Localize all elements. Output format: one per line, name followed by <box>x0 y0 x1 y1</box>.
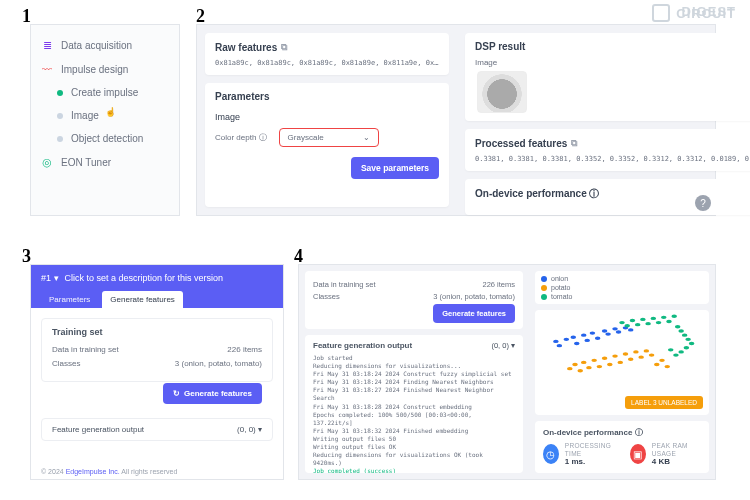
version-selector[interactable]: #1 ▾ <box>41 273 59 283</box>
footer-suffix: All rights reserved <box>120 468 178 475</box>
nav-object-detection[interactable]: Object detection <box>41 127 169 150</box>
svg-point-40 <box>645 322 651 325</box>
version-desc[interactable]: Click to set a description for this vers… <box>65 273 224 283</box>
proc-label: PROCESSING TIME <box>565 442 616 458</box>
raw-features-card: Raw features 0x81a89c, 0x81a89c, 0x81a89… <box>205 33 449 75</box>
status-dot-icon <box>57 90 63 96</box>
footer-prefix: © 2024 <box>41 468 66 475</box>
tab-parameters[interactable]: Parameters <box>41 291 98 308</box>
svg-point-54 <box>668 348 674 351</box>
svg-point-43 <box>661 316 667 319</box>
ram-label: PEAK RAM USAGE <box>652 442 701 458</box>
color-depth-select[interactable]: Grayscale ⌄ <box>279 128 379 147</box>
data-in-set-value: 226 items <box>227 345 262 354</box>
ondevice-perf-card: On-device performance ⓘ ◷ PROCESSING TIM… <box>535 421 709 473</box>
svg-point-47 <box>678 329 684 332</box>
svg-point-12 <box>616 330 622 333</box>
svg-point-1 <box>557 344 563 347</box>
generate-features-button[interactable]: Generate features <box>433 304 515 323</box>
svg-point-5 <box>581 333 587 336</box>
svg-point-27 <box>628 358 634 361</box>
color-depth-value: Grayscale <box>288 133 324 142</box>
svg-point-34 <box>664 365 670 368</box>
generate-features-panel: #1 ▾ Click to set a description for this… <box>30 264 284 480</box>
sidebar-panel: ≣ Data acquisition 〰 Impulse design Crea… <box>30 24 180 216</box>
svg-point-24 <box>612 354 618 357</box>
chevron-down-icon: ▾ <box>511 341 515 350</box>
svg-point-6 <box>584 339 590 342</box>
nav-data-acquisition[interactable]: ≣ Data acquisition <box>41 33 169 58</box>
target-icon: ◎ <box>41 156 53 169</box>
dsp-result-title: DSP result <box>475 41 750 52</box>
fgo-title: Feature generation output <box>52 425 144 434</box>
dsp-caption: Image <box>475 58 750 67</box>
nav-eon-tuner[interactable]: ◎ EON Tuner <box>41 150 169 175</box>
tab-generate-features[interactable]: Generate features <box>102 291 182 308</box>
processed-features-values: 0.3381, 0.3381, 0.3381, 0.3352, 0.3352, … <box>475 155 750 163</box>
footer: © 2024 EdgeImpulse Inc. All rights reser… <box>31 464 283 479</box>
version-header: #1 ▾ Click to set a description for this… <box>31 265 283 308</box>
svg-point-49 <box>685 338 691 341</box>
raw-features-title: Raw features <box>215 42 277 53</box>
proc-value: 1 ms. <box>565 457 616 467</box>
legend: onion potato tomato <box>535 271 709 304</box>
svg-point-32 <box>654 363 660 366</box>
svg-point-15 <box>567 367 573 370</box>
chevron-down-icon: ▾ <box>258 425 262 434</box>
feature-explorer-scatter[interactable]: LABEL 3 UNLABELED <box>535 310 709 415</box>
feature-generation-log-card: Feature generation output (0, 0) ▾ Job s… <box>305 335 523 473</box>
svg-point-2 <box>564 338 570 341</box>
processed-features-title: Processed features <box>475 138 567 149</box>
perf-title: On-device performance ⓘ <box>543 427 701 438</box>
database-icon: ≣ <box>41 39 53 52</box>
copy-icon[interactable] <box>571 137 577 149</box>
legend-dot-icon <box>541 294 547 300</box>
save-parameters-button[interactable]: Save parameters <box>351 157 439 179</box>
nav-impulse-design[interactable]: 〰 Impulse design <box>41 58 169 81</box>
svg-point-51 <box>684 346 690 349</box>
svg-point-38 <box>635 323 641 326</box>
parameters-title: Parameters <box>215 91 439 102</box>
label-unlabeled-button[interactable]: LABEL 3 UNLABELED <box>625 396 703 409</box>
status-dot-icon <box>57 113 63 119</box>
status-dot-icon <box>57 136 63 142</box>
svg-point-48 <box>682 333 688 336</box>
data-in-set-value: 226 items <box>482 280 515 289</box>
fgo-title: Feature generation output <box>313 341 412 350</box>
param-section-label: Image <box>215 112 439 122</box>
legend-tomato: tomato <box>551 293 572 300</box>
svg-point-0 <box>553 340 559 343</box>
nav-label: Impulse design <box>61 64 128 75</box>
help-button[interactable]: ? <box>695 195 711 211</box>
copy-icon[interactable] <box>281 41 287 53</box>
watermark-line2: DIGEST <box>682 4 736 19</box>
nav-image[interactable]: Image <box>41 104 169 127</box>
chip-icon <box>652 4 670 22</box>
svg-point-4 <box>574 342 580 345</box>
classes-label: Classes <box>52 359 80 368</box>
footer-link[interactable]: EdgeImpulse Inc. <box>66 468 120 475</box>
training-set-title: Training set <box>52 327 262 337</box>
svg-point-37 <box>630 319 636 322</box>
legend-dot-icon <box>541 285 547 291</box>
nav-label: Image <box>71 110 99 121</box>
generate-features-button[interactable]: Generate features <box>163 383 262 404</box>
feature-generation-output-row[interactable]: Feature generation output (0, 0) ▾ <box>41 418 273 441</box>
svg-point-35 <box>619 321 625 324</box>
svg-point-42 <box>656 321 662 324</box>
svg-point-28 <box>633 350 639 353</box>
nav-label: Object detection <box>71 133 143 144</box>
nav-label: Data acquisition <box>61 40 132 51</box>
svg-point-18 <box>581 361 587 364</box>
svg-point-46 <box>675 325 681 328</box>
raw-features-values: 0x81a89c, 0x81a89c, 0x81a89c, 0x81a89e, … <box>215 59 439 67</box>
classes-value: 3 (onion, potato, tomato) <box>175 359 262 368</box>
metric-processing-time: ◷ PROCESSING TIME 1 ms. <box>543 442 616 467</box>
log-success-line: Job completed (success) <box>313 467 396 473</box>
svg-point-36 <box>624 324 630 327</box>
svg-point-23 <box>607 363 613 366</box>
nav-create-impulse[interactable]: Create impulse <box>41 81 169 104</box>
svg-point-31 <box>649 353 655 356</box>
feature-explorer-panel: Data in training set 226 items Classes 3… <box>298 264 716 480</box>
svg-point-21 <box>597 365 603 368</box>
